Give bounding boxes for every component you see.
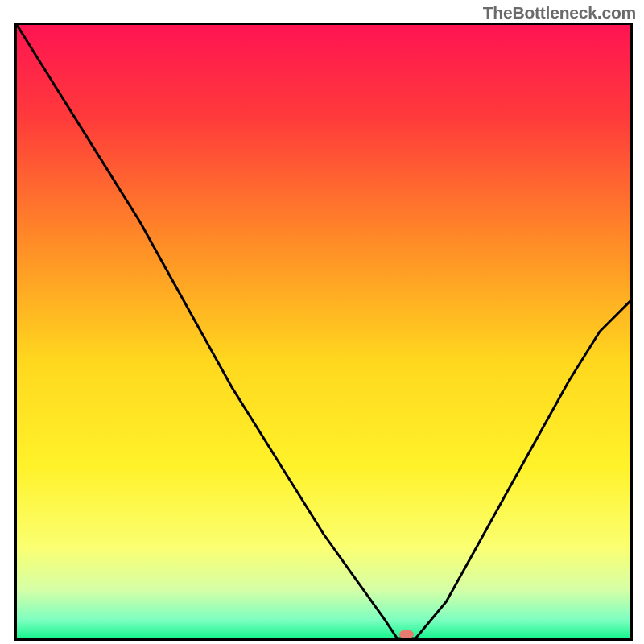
attribution-label: TheBottleneck.com <box>483 3 636 23</box>
chart-svg <box>17 25 630 638</box>
chart-frame: TheBottleneck.com <box>0 0 644 644</box>
plot-area <box>14 23 633 641</box>
background-rect <box>17 25 630 638</box>
